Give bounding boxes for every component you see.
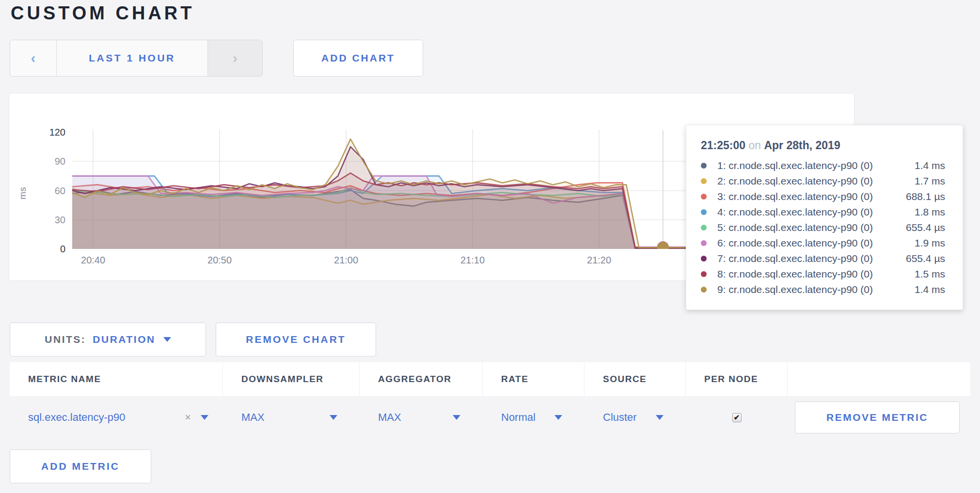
series-color-dot-icon xyxy=(701,178,707,184)
time-toolbar: ‹ LAST 1 HOUR › xyxy=(10,40,263,77)
time-range-prev-button[interactable]: ‹ xyxy=(10,40,57,76)
series-value: 1.8 ms xyxy=(915,206,945,218)
series-value: 655.4 µs xyxy=(906,253,945,264)
tooltip-series-row: 8: cr.node.sql.exec.latency-p90 (0)1.5 m… xyxy=(701,266,945,282)
svg-text:20:50: 20:50 xyxy=(207,255,232,265)
svg-text:21:20: 21:20 xyxy=(587,255,611,265)
add-metric-button[interactable]: ADD METRIC xyxy=(10,449,151,483)
time-range-label: LAST 1 HOUR xyxy=(89,52,175,64)
column-header-aggregator: AGGREGATOR xyxy=(360,362,483,396)
series-color-dot-icon xyxy=(701,271,707,277)
custom-chart-page: CUSTOM CHART ‹ LAST 1 HOUR › ADD CHART 0… xyxy=(0,0,980,493)
source-dropdown[interactable]: Cluster xyxy=(585,411,686,424)
series-label: 6: cr.node.sql.exec.latency-p90 (0) xyxy=(717,237,915,249)
tooltip-series-row: 2: cr.node.sql.exec.latency-p90 (0)1.7 m… xyxy=(701,173,945,189)
metric-caret-down-icon[interactable] xyxy=(201,415,208,420)
series-label: 2: cr.node.sql.exec.latency-p90 (0) xyxy=(717,175,915,187)
downsampler-dropdown[interactable]: MAX xyxy=(223,411,360,424)
series-color-dot-icon xyxy=(701,256,707,262)
chart-hover-tooltip: 21:25:00 on Apr 28th, 2019 1: cr.node.sq… xyxy=(686,125,963,310)
series-label: 3: cr.node.sql.exec.latency-p90 (0) xyxy=(717,191,906,202)
downsampler-value: MAX xyxy=(241,411,265,424)
tooltip-series-row: 6: cr.node.sql.exec.latency-p90 (0)1.9 m… xyxy=(701,235,945,251)
svg-text:0: 0 xyxy=(60,244,65,254)
svg-text:21:10: 21:10 xyxy=(460,255,485,265)
time-range-dropdown[interactable]: LAST 1 HOUR xyxy=(57,40,208,76)
svg-text:120: 120 xyxy=(49,127,65,138)
page-title: CUSTOM CHART xyxy=(11,3,195,24)
per-node-cell: ✔ xyxy=(686,413,788,422)
column-header-metric-name: METRIC NAME xyxy=(10,362,223,396)
svg-text:ms: ms xyxy=(17,187,28,199)
tooltip-on-word: on xyxy=(748,139,764,152)
series-label: 1: cr.node.sql.exec.latency-p90 (0) xyxy=(717,160,915,171)
svg-text:60: 60 xyxy=(55,185,65,196)
time-range-next-button[interactable]: › xyxy=(208,40,262,76)
tooltip-date: Apr 28th, 2019 xyxy=(764,139,840,152)
tooltip-timestamp: 21:25:00 on Apr 28th, 2019 xyxy=(701,139,945,152)
source-value: Cluster xyxy=(603,411,637,424)
tooltip-series-row: 3: cr.node.sql.exec.latency-p90 (0)688.1… xyxy=(701,189,945,204)
tooltip-series-list: 1: cr.node.sql.exec.latency-p90 (0)1.4 m… xyxy=(701,158,945,297)
column-header-rate: RATE xyxy=(483,362,585,396)
column-header-actions xyxy=(788,362,970,396)
series-value: 1.5 ms xyxy=(915,268,945,280)
chart-controls: UNITS: DURATION REMOVE CHART xyxy=(10,323,376,356)
series-label: 7: cr.node.sql.exec.latency-p90 (0) xyxy=(717,253,906,264)
units-value: DURATION xyxy=(93,334,155,345)
column-header-downsampler: DOWNSAMPLER xyxy=(223,362,360,396)
metric-row: sql.exec.latency-p90 × MAX MAX Normal Cl… xyxy=(10,396,970,439)
series-color-dot-icon xyxy=(701,209,707,215)
series-value: 655.4 µs xyxy=(906,222,945,233)
aggregator-dropdown[interactable]: MAX xyxy=(360,411,483,424)
time-range-control: ‹ LAST 1 HOUR › xyxy=(10,40,263,77)
series-color-dot-icon xyxy=(701,194,707,200)
series-label: 5: cr.node.sql.exec.latency-p90 (0) xyxy=(717,222,906,233)
metric-actions-cell: REMOVE METRIC xyxy=(788,401,970,433)
column-header-source: SOURCE xyxy=(585,362,686,396)
svg-text:90: 90 xyxy=(55,156,65,167)
series-label: 8: cr.node.sql.exec.latency-p90 (0) xyxy=(717,268,915,280)
tooltip-series-row: 1: cr.node.sql.exec.latency-p90 (0)1.4 m… xyxy=(701,158,945,173)
caret-down-icon xyxy=(554,415,562,420)
units-label: UNITS: xyxy=(45,334,86,345)
series-color-dot-icon xyxy=(701,240,707,246)
add-chart-button[interactable]: ADD CHART xyxy=(293,40,423,77)
caret-down-icon xyxy=(330,415,337,420)
series-value: 1.4 ms xyxy=(915,160,945,171)
metrics-table: METRIC NAME DOWNSAMPLER AGGREGATOR RATE … xyxy=(10,362,970,439)
series-value: 688.1 µs xyxy=(906,191,945,202)
chart-crosshair xyxy=(658,130,668,254)
series-value: 1.4 ms xyxy=(915,284,945,295)
metrics-table-header: METRIC NAME DOWNSAMPLER AGGREGATOR RATE … xyxy=(10,362,970,396)
remove-metric-button[interactable]: REMOVE METRIC xyxy=(795,401,960,433)
units-dropdown[interactable]: UNITS: DURATION xyxy=(10,323,206,356)
svg-text:21:00: 21:00 xyxy=(334,255,358,265)
svg-text:20:40: 20:40 xyxy=(81,255,105,265)
remove-chart-button[interactable]: REMOVE CHART xyxy=(216,323,376,356)
series-color-dot-icon xyxy=(701,225,707,231)
aggregator-value: MAX xyxy=(378,411,401,424)
tooltip-series-row: 5: cr.node.sql.exec.latency-p90 (0)655.4… xyxy=(701,220,945,235)
rate-value: Normal xyxy=(501,411,536,424)
caret-down-icon xyxy=(453,415,460,420)
tooltip-series-row: 7: cr.node.sql.exec.latency-p90 (0)655.4… xyxy=(701,251,945,266)
series-value: 1.7 ms xyxy=(915,175,945,187)
caret-down-icon xyxy=(163,337,171,342)
series-color-dot-icon xyxy=(701,163,707,169)
series-color-dot-icon xyxy=(701,287,707,293)
per-node-checkbox[interactable]: ✔ xyxy=(732,413,742,422)
rate-dropdown[interactable]: Normal xyxy=(483,411,585,424)
tooltip-series-row: 4: cr.node.sql.exec.latency-p90 (0)1.8 m… xyxy=(701,204,945,220)
metric-name-cell: sql.exec.latency-p90 × xyxy=(10,411,223,424)
series-label: 9: cr.node.sql.exec.latency-p90 (0) xyxy=(717,284,915,295)
tooltip-series-row: 9: cr.node.sql.exec.latency-p90 (0)1.4 m… xyxy=(701,282,945,297)
series-value: 1.9 ms xyxy=(915,237,945,249)
series-label: 4: cr.node.sql.exec.latency-p90 (0) xyxy=(717,206,915,218)
metric-name-value[interactable]: sql.exec.latency-p90 xyxy=(28,411,126,424)
svg-text:30: 30 xyxy=(55,215,65,225)
caret-down-icon xyxy=(656,415,664,420)
chevron-right-icon: › xyxy=(233,51,237,65)
column-header-per-node: PER NODE xyxy=(686,362,788,396)
clear-metric-icon[interactable]: × xyxy=(185,411,191,424)
